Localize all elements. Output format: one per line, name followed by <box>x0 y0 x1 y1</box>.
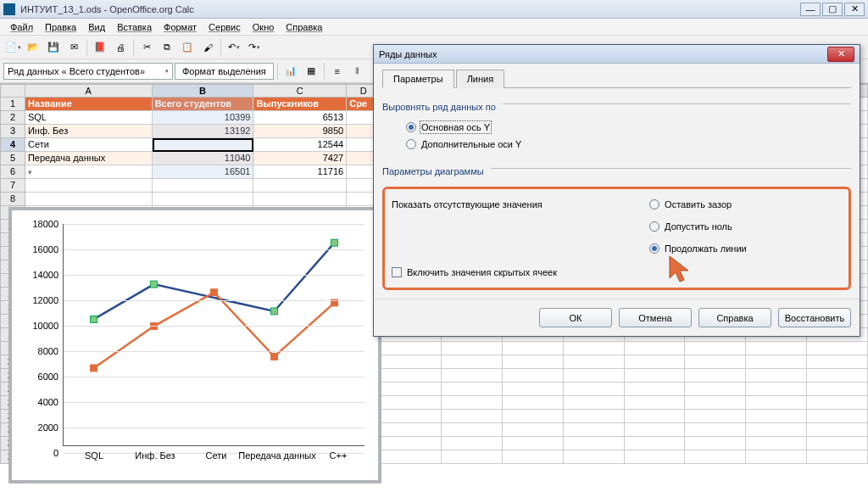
cell[interactable]: 11040 <box>153 152 254 165</box>
cancel-button[interactable]: Отмена <box>619 308 692 327</box>
cell[interactable]: 9850 <box>253 125 347 138</box>
missing-values-label: Показать отсутствующие значения <box>392 199 542 210</box>
reset-button[interactable]: Восстановить <box>778 308 851 327</box>
menu-format[interactable]: Формат <box>159 20 202 34</box>
row-header[interactable]: 3 <box>0 125 25 138</box>
cell[interactable]: SQL <box>25 111 153 125</box>
titlebar: ИНТУИТ_13_1.ods - OpenOffice.org Calc — … <box>0 0 868 19</box>
cell[interactable] <box>153 138 254 152</box>
menu-insert[interactable]: Вставка <box>112 20 157 34</box>
cell[interactable]: Название <box>25 98 153 111</box>
cell[interactable]: 11716 <box>253 165 347 179</box>
cell[interactable]: ▾ <box>25 165 153 179</box>
y-tick: 8000 <box>21 346 64 356</box>
y-tick: 2000 <box>21 422 64 433</box>
dialog-close-button[interactable]: ✕ <box>827 47 854 62</box>
format-paint-icon[interactable]: 🖌 <box>198 38 217 57</box>
help-button[interactable]: Справка <box>698 308 771 327</box>
col-header-A[interactable]: A <box>25 84 153 98</box>
cell[interactable]: Всего студентов <box>153 98 254 111</box>
radio-secondary-y[interactable] <box>406 139 416 149</box>
col-header-C[interactable]: C <box>253 84 347 98</box>
cell[interactable]: 12544 <box>253 138 347 152</box>
select-all-corner[interactable] <box>0 84 25 98</box>
open-icon[interactable]: 📂 <box>24 38 42 57</box>
checkbox-hidden-cells[interactable] <box>392 267 402 277</box>
cell[interactable]: 16501 <box>153 165 254 179</box>
y-tick: 10000 <box>21 321 64 331</box>
x-tick: SQL <box>85 445 103 461</box>
cell[interactable]: Сети <box>25 138 153 152</box>
radio-leave-gap[interactable] <box>649 199 659 210</box>
maximize-button[interactable]: ▢ <box>822 3 843 16</box>
cell[interactable]: 7427 <box>253 152 347 165</box>
y-tick: 0 <box>21 448 64 458</box>
window-title: ИНТУИТ_13_1.ods - OpenOffice.org Calc <box>20 4 800 14</box>
params-group-label: Параметры диаграммы <box>382 166 484 176</box>
chart-data-icon[interactable]: ▦ <box>302 62 320 81</box>
undo-icon[interactable]: ↶▾ <box>225 38 243 57</box>
cut-icon[interactable]: ✂ <box>137 38 156 57</box>
close-button[interactable]: ✕ <box>844 3 865 16</box>
row-header[interactable]: 8 <box>0 193 25 206</box>
export-pdf-icon[interactable]: 📕 <box>91 38 109 57</box>
cell[interactable] <box>153 193 254 206</box>
format-selection-button[interactable]: Формат выделения <box>175 63 274 80</box>
radio-primary-y-label: Основная ось Y <box>421 122 490 132</box>
menu-view[interactable]: Вид <box>83 20 110 34</box>
cell[interactable] <box>153 179 254 193</box>
cell[interactable]: Передача данных <box>25 152 153 165</box>
menu-tools[interactable]: Сервис <box>203 20 246 34</box>
cell[interactable]: Инф. Без <box>25 125 153 138</box>
tab-parameters[interactable]: Параметры <box>382 70 454 88</box>
menu-edit[interactable]: Правка <box>40 20 81 34</box>
cell[interactable]: 13192 <box>153 125 254 138</box>
svg-rect-4 <box>91 365 97 372</box>
row-header[interactable]: 6 <box>0 165 25 179</box>
minimize-button[interactable]: — <box>800 3 821 16</box>
menu-help[interactable]: Справка <box>281 20 327 34</box>
cell[interactable]: 10399 <box>153 111 254 125</box>
cell[interactable]: 6513 <box>253 111 347 125</box>
radio-continue-line[interactable] <box>649 243 659 254</box>
cell[interactable]: Выпускников <box>253 98 347 111</box>
copy-icon[interactable]: ⧉ <box>158 38 176 57</box>
y-tick: 6000 <box>21 372 64 382</box>
menu-file[interactable]: Файл <box>5 20 38 34</box>
tab-line[interactable]: Линия <box>456 70 505 88</box>
new-icon[interactable]: 📄▾ <box>3 38 22 57</box>
radio-primary-y[interactable] <box>406 122 416 132</box>
y-tick: 12000 <box>21 295 64 305</box>
ok-button[interactable]: ОК <box>539 308 612 327</box>
cell[interactable] <box>25 179 153 193</box>
row-header[interactable]: 4 <box>0 138 25 152</box>
embedded-chart[interactable]: 0200040006000800010000120001400016000180… <box>8 207 381 483</box>
radio-secondary-y-label: Дополнительные оси Y <box>421 139 521 149</box>
row-header[interactable]: 5 <box>0 152 25 165</box>
row-header[interactable]: 2 <box>0 111 25 125</box>
cell[interactable] <box>25 193 153 206</box>
svg-rect-2 <box>271 308 278 315</box>
checkbox-hidden-cells-label: Включить значения скрытых ячеек <box>407 267 557 277</box>
redo-icon[interactable]: ↷▾ <box>245 38 264 57</box>
print-icon[interactable]: 🖨 <box>111 38 130 57</box>
paste-icon[interactable]: 📋 <box>178 38 197 57</box>
data-series-dialog: Ряды данных ✕ Параметры Линия Выровнять … <box>373 44 860 337</box>
cell[interactable] <box>253 193 347 206</box>
save-icon[interactable]: 💾 <box>44 38 63 57</box>
cell[interactable] <box>253 179 347 193</box>
menu-window[interactable]: Окно <box>248 20 280 34</box>
row-header[interactable]: 1 <box>0 98 25 111</box>
col-header-B[interactable]: B <box>153 84 254 98</box>
chart-type-icon[interactable]: 📊 <box>281 62 300 81</box>
row-header[interactable]: 7 <box>0 179 25 193</box>
email-icon[interactable]: ✉ <box>64 38 83 57</box>
data-series-selector[interactable]: Ряд данных « Всего студентов» ▾ <box>3 63 173 80</box>
grid-v-icon[interactable]: ⦀ <box>348 62 367 81</box>
radio-assume-zero[interactable] <box>649 221 659 232</box>
x-tick: C++ <box>330 445 348 461</box>
y-tick: 4000 <box>21 397 64 407</box>
svg-rect-6 <box>211 289 218 296</box>
data-series-label: Ряд данных « Всего студентов» <box>8 66 145 76</box>
grid-h-icon[interactable]: ≡ <box>328 62 347 81</box>
